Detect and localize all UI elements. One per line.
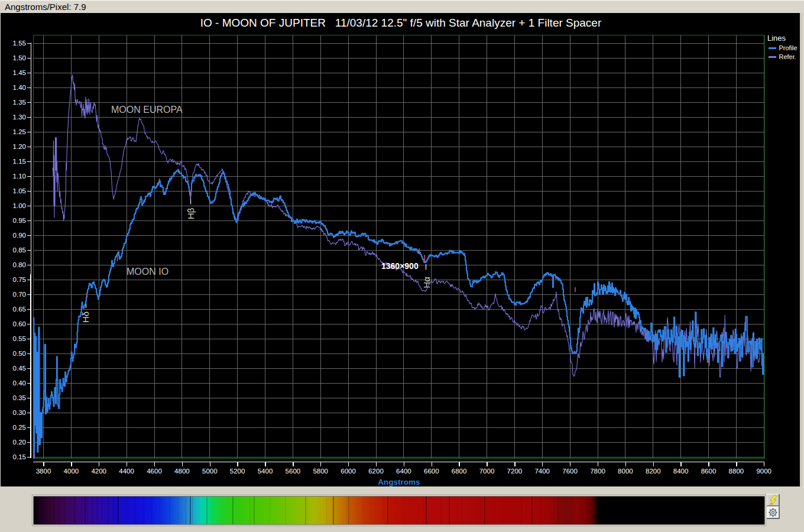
svg-text:1.05: 1.05: [13, 187, 26, 194]
svg-text:8800: 8800: [729, 468, 744, 475]
svg-text:MOON EUROPA: MOON EUROPA: [111, 105, 183, 115]
svg-text:6200: 6200: [368, 468, 384, 475]
svg-text:Hα: Hα: [422, 277, 432, 288]
svg-text:0.25: 0.25: [13, 424, 26, 431]
svg-text:1.15: 1.15: [13, 158, 26, 165]
svg-text:IO - MOON OF JUPITER 11/03/1: IO - MOON OF JUPITER 11/03/12 12.5" f/5 …: [200, 17, 602, 29]
svg-text:8000: 8000: [618, 468, 633, 475]
svg-text:MOON IO: MOON IO: [127, 267, 168, 277]
svg-text:1.10: 1.10: [13, 173, 26, 180]
svg-text:0.85: 0.85: [13, 246, 26, 254]
svg-text:0.70: 0.70: [13, 291, 26, 298]
svg-text:Profile: Profile: [779, 44, 797, 51]
svg-text:0.30: 0.30: [13, 409, 26, 416]
svg-text:0.15: 0.15: [13, 453, 26, 460]
svg-text:Angstroms: Angstroms: [378, 478, 420, 486]
svg-text:6000: 6000: [341, 468, 356, 475]
svg-text:6800: 6800: [452, 468, 467, 475]
svg-text:3800: 3800: [36, 468, 51, 475]
svg-text:6600: 6600: [424, 468, 439, 475]
svg-text:1.30: 1.30: [13, 113, 26, 121]
svg-text:5200: 5200: [230, 468, 245, 475]
svg-text:7600: 7600: [562, 468, 578, 475]
svg-text:4000: 4000: [64, 468, 79, 475]
svg-text:0.35: 0.35: [13, 394, 26, 401]
svg-text:5400: 5400: [258, 468, 273, 475]
svg-text:8400: 8400: [673, 468, 689, 475]
svg-text:Lines: Lines: [767, 34, 786, 43]
svg-text:0.50: 0.50: [13, 350, 26, 357]
svg-text:0.20: 0.20: [13, 439, 26, 446]
svg-text:4800: 4800: [174, 468, 190, 475]
svg-text:5000: 5000: [202, 468, 218, 475]
svg-text:1.25: 1.25: [13, 128, 26, 135]
svg-text:6400: 6400: [396, 468, 411, 475]
svg-text:7000: 7000: [479, 468, 495, 475]
svg-text:0.55: 0.55: [13, 335, 26, 342]
svg-text:Hδ: Hδ: [80, 312, 90, 323]
svg-text:4200: 4200: [91, 468, 106, 475]
svg-text:Refer.: Refer.: [779, 53, 796, 60]
svg-text:4600: 4600: [147, 468, 162, 475]
svg-text:0.75: 0.75: [13, 276, 26, 283]
svg-text:1.50: 1.50: [13, 54, 26, 61]
svg-text:0.65: 0.65: [13, 306, 26, 313]
svg-text:0.95: 0.95: [13, 217, 26, 224]
svg-text:7800: 7800: [590, 468, 605, 475]
svg-text:0.60: 0.60: [13, 320, 26, 327]
svg-text:804×532: 804×532: [381, 261, 419, 271]
svg-text:9000: 9000: [756, 468, 771, 475]
svg-text:7400: 7400: [534, 468, 550, 475]
svg-text:0.90: 0.90: [13, 232, 26, 239]
svg-text:1.00: 1.00: [13, 202, 26, 209]
svg-text:0.40: 0.40: [13, 379, 26, 387]
svg-text:1.35: 1.35: [13, 99, 26, 106]
svg-text:7200: 7200: [507, 468, 523, 475]
svg-text:8200: 8200: [646, 468, 661, 475]
svg-text:5600: 5600: [286, 468, 301, 475]
svg-text:Angstroms/Pixel: 7.9: Angstroms/Pixel: 7.9: [5, 2, 86, 12]
svg-text:1.40: 1.40: [13, 84, 26, 91]
svg-text:0.80: 0.80: [13, 261, 26, 268]
svg-text:1.55: 1.55: [13, 40, 26, 47]
svg-text:8600: 8600: [701, 468, 717, 475]
svg-text:1.45: 1.45: [13, 69, 26, 76]
svg-text:0.45: 0.45: [13, 365, 26, 372]
svg-text:5800: 5800: [313, 468, 328, 475]
svg-text:Hβ: Hβ: [186, 207, 196, 219]
svg-text:1.20: 1.20: [13, 143, 26, 150]
svg-text:4400: 4400: [119, 468, 134, 475]
